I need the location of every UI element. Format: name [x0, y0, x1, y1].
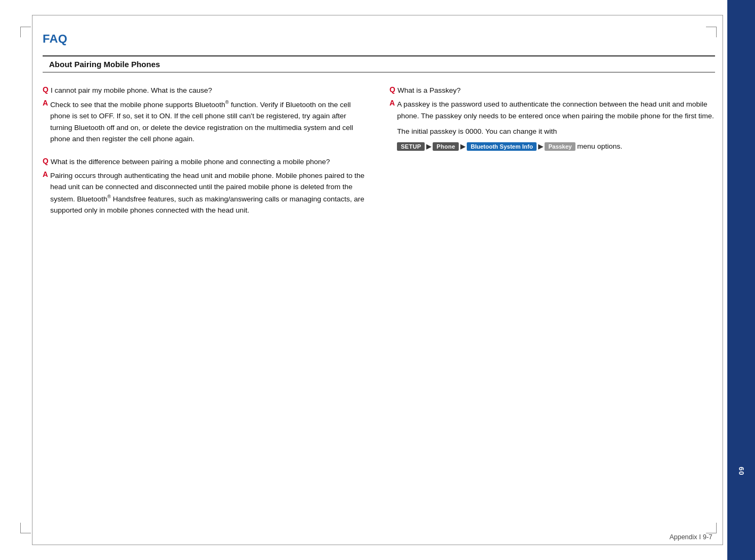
qa-block-2: Q What is the difference between pairing…: [43, 157, 368, 216]
q2-line: Q What is the difference between pairing…: [43, 157, 368, 168]
passkey-btn: Passkey: [545, 142, 575, 151]
page-border-left: [32, 15, 33, 545]
arrow1: ▶: [426, 143, 431, 150]
faq-title: FAQ: [43, 32, 715, 46]
q1-letter: Q: [43, 85, 48, 96]
ra1-block: A A passkey is the password used to auth…: [389, 99, 715, 154]
rq1-line: Q What is a Passkey?: [389, 85, 715, 96]
content-area: FAQ About Pairing Mobile Phones Q I cann…: [43, 32, 715, 528]
page-border-top: [32, 15, 723, 15]
ra1-text-p1: A passkey is the password used to authen…: [397, 99, 715, 121]
a2-text: Pairing occurs through authenticating th…: [50, 170, 368, 216]
rqa-block-1: Q What is a Passkey? A A passkey is the …: [389, 85, 715, 154]
q1-text: I cannot pair my mobile phone. What is t…: [51, 85, 212, 96]
a2-block: A Pairing occurs through authenticating …: [43, 170, 368, 216]
page-border-right: [722, 15, 723, 545]
q2-letter: Q: [43, 157, 48, 168]
q1-line: Q I cannot pair my mobile phone. What is…: [43, 85, 368, 96]
a2-letter: A: [43, 170, 48, 216]
left-column: Q I cannot pair my mobile phone. What is…: [43, 85, 368, 228]
qa-block-1: Q I cannot pair my mobile phone. What is…: [43, 85, 368, 145]
columns: Q I cannot pair my mobile phone. What is…: [43, 85, 715, 228]
corner-mark-bl: [20, 523, 31, 533]
a1-block: A Check to see that the mobile phone sup…: [43, 99, 368, 145]
arrow2: ▶: [460, 143, 465, 150]
page-border-bottom: [32, 545, 723, 545]
q2-text: What is the difference between pairing a…: [51, 157, 330, 168]
section-header: About Pairing Mobile Phones: [43, 55, 715, 72]
right-tab: 09: [727, 0, 755, 560]
menu-suffix: menu options.: [577, 141, 622, 152]
phone-btn: Phone: [433, 142, 459, 151]
corner-mark-tl: [20, 27, 31, 37]
ra1-passkey-intro: The initial passkey is 0000. You can cha…: [397, 127, 557, 135]
tab-number-container: 09: [727, 466, 755, 475]
footer: Appendix I 9-7: [669, 533, 712, 541]
rq1-text: What is a Passkey?: [397, 85, 461, 96]
rq1-letter: Q: [389, 85, 395, 96]
right-column: Q What is a Passkey? A A passkey is the …: [389, 85, 715, 228]
setup-btn: SETUP: [397, 142, 425, 151]
ra1-content: A passkey is the password used to authen…: [397, 99, 715, 154]
tab-number: 09: [737, 466, 745, 475]
menu-path: SETUP ▶ Phone ▶ Bluetooth System Info ▶ …: [397, 141, 622, 152]
ra1-text-p2: The initial passkey is 0000. You can cha…: [397, 126, 715, 137]
ra1-letter: A: [389, 99, 395, 154]
arrow3: ▶: [538, 143, 543, 150]
a1-text: Check to see that the mobile phone suppo…: [50, 99, 368, 145]
bluetooth-system-info-btn: Bluetooth System Info: [467, 142, 537, 151]
a1-letter: A: [43, 99, 48, 145]
